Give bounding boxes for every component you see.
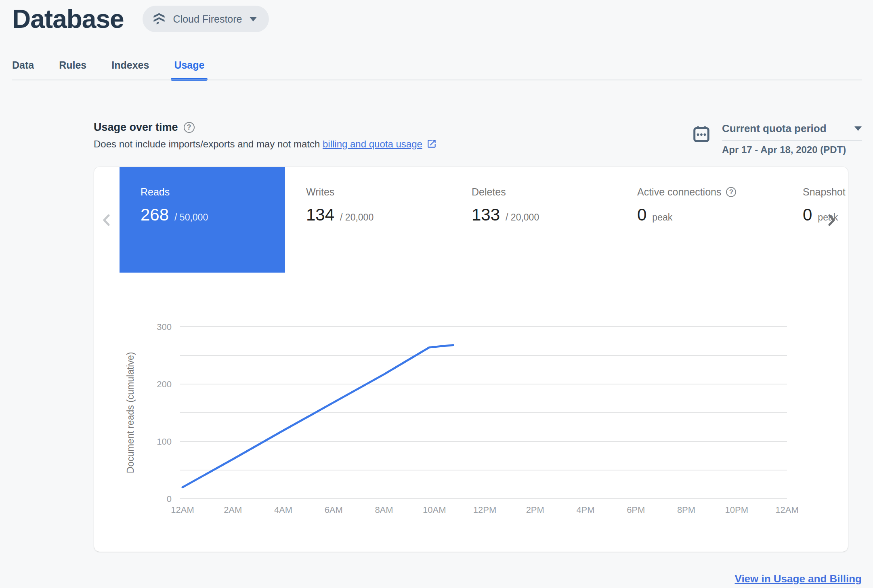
x-tick-label: 12AM xyxy=(775,505,798,515)
tab-bar: Data Rules Indexes Usage xyxy=(12,59,204,71)
view-usage-billing-link[interactable]: View in Usage and Billing xyxy=(735,573,862,585)
tab-data[interactable]: Data xyxy=(12,59,34,71)
x-tick-label: 8PM xyxy=(677,505,695,515)
tab-usage[interactable]: Usage xyxy=(174,59,204,71)
metric-value: 133 xyxy=(472,205,500,225)
x-tick-label: 6AM xyxy=(325,505,343,515)
x-tick-label: 10AM xyxy=(423,505,446,515)
usage-over-time-header: Usage over time ? Does not include impor… xyxy=(94,121,437,150)
metric-card-writes[interactable]: Writes 134 / 20,000 xyxy=(285,167,451,273)
metric-label: Snapshot listeners xyxy=(803,186,848,198)
tab-rules[interactable]: Rules xyxy=(59,59,86,71)
x-tick-label: 4AM xyxy=(274,505,292,515)
x-tick-label: 4PM xyxy=(576,505,594,515)
metric-quota: / 50,000 xyxy=(174,212,208,223)
chevron-left-icon xyxy=(99,212,115,228)
usage-line-chart: 010020030012AM2AM4AM6AM8AM10AM12PM2PM4PM… xyxy=(94,308,848,534)
metric-quota: / 20,000 xyxy=(340,212,374,223)
metric-value: 0 xyxy=(637,205,646,225)
caret-down-icon xyxy=(250,17,257,21)
metric-value: 0 xyxy=(803,205,812,225)
metric-card-snapshot-listeners[interactable]: Snapshot listeners 0 peak xyxy=(782,167,848,273)
y-tick-label: 0 xyxy=(167,494,172,504)
x-tick-label: 12PM xyxy=(473,505,496,515)
usage-over-time-title: Usage over time ? xyxy=(94,121,437,134)
x-tick-label: 8AM xyxy=(375,505,393,515)
metric-label: Writes xyxy=(306,186,451,198)
page-title: Database xyxy=(12,4,124,34)
usage-line xyxy=(183,345,453,487)
usage-subtitle: Does not include imports/exports and may… xyxy=(94,139,437,150)
product-selector[interactable]: Cloud Firestore xyxy=(143,6,269,32)
metric-label: Deletes xyxy=(472,186,616,198)
caret-down-icon xyxy=(854,126,862,131)
metric-card-row: Reads 268 / 50,000 Writes 134 / 20,000 D… xyxy=(120,167,848,273)
usage-panel: Reads 268 / 50,000 Writes 134 / 20,000 D… xyxy=(94,167,848,552)
metric-quota: peak xyxy=(652,212,672,223)
calendar-icon xyxy=(692,125,711,143)
metric-label: Active connections ? xyxy=(637,186,782,198)
metric-card-deletes[interactable]: Deletes 133 / 20,000 xyxy=(451,167,616,273)
external-link-icon xyxy=(426,139,437,149)
metric-card-active-connections[interactable]: Active connections ? 0 peak xyxy=(616,167,782,273)
usage-subtitle-text: Does not include imports/exports and may… xyxy=(94,139,323,149)
x-tick-label: 10PM xyxy=(725,505,748,515)
billing-quota-link[interactable]: billing and quota usage xyxy=(323,139,422,149)
x-tick-label: 6PM xyxy=(627,505,645,515)
y-tick-label: 300 xyxy=(157,322,172,332)
quota-period-selector[interactable]: Current quota period Apr 17 - Apr 18, 20… xyxy=(722,122,862,155)
quota-period-range: Apr 17 - Apr 18, 2020 (PDT) xyxy=(722,144,862,155)
help-icon[interactable]: ? xyxy=(726,187,736,197)
metric-label: Reads xyxy=(141,186,285,198)
page-header: Database Cloud Firestore xyxy=(12,4,269,34)
product-selector-label: Cloud Firestore xyxy=(173,13,242,25)
metric-card-reads[interactable]: Reads 268 / 50,000 xyxy=(120,167,285,273)
metric-label-text: Active connections xyxy=(637,186,721,198)
metric-quota: / 20,000 xyxy=(506,212,539,223)
y-tick-label: 100 xyxy=(157,437,172,447)
firestore-icon xyxy=(152,12,166,26)
y-tick-label: 200 xyxy=(157,379,172,389)
quota-period-dropdown[interactable]: Current quota period xyxy=(722,122,862,141)
usage-over-time-label: Usage over time xyxy=(94,121,178,134)
tab-divider xyxy=(12,80,862,80)
x-tick-label: 2PM xyxy=(526,505,544,515)
x-tick-label: 12AM xyxy=(171,505,194,515)
help-icon[interactable]: ? xyxy=(184,122,195,133)
tab-indexes[interactable]: Indexes xyxy=(111,59,149,71)
quota-period-block: Current quota period Apr 17 - Apr 18, 20… xyxy=(692,122,862,155)
metric-quota: peak xyxy=(818,212,838,223)
metric-value: 268 xyxy=(141,205,169,225)
quota-period-label: Current quota period xyxy=(722,122,827,135)
metric-value: 134 xyxy=(306,205,334,225)
previous-cards-button[interactable] xyxy=(99,212,115,229)
firestore-usage-page: Database Cloud Firestore Data Rules Inde… xyxy=(0,0,873,588)
x-tick-label: 2AM xyxy=(224,505,242,515)
